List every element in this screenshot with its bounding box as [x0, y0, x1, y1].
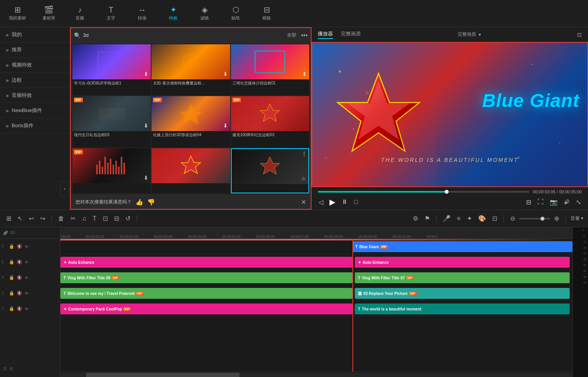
- toolbar-item-templates[interactable]: ⊟ 模板: [257, 6, 276, 21]
- toolbar-item-transition[interactable]: ↔ 转场: [132, 6, 152, 21]
- toolbar-item-material-lib[interactable]: 🎬 素材库: [39, 6, 58, 21]
- main-area: ▶ 我的 ▶ 推荐 ▶ 视频特效 ▶ 边框 ▶ 音频特效 ▶ NewBlue插件…: [0, 27, 588, 210]
- tl-delete-btn[interactable]: 🗑: [56, 214, 66, 224]
- tl-redo-btn[interactable]: ↪: [39, 213, 47, 224]
- track-mute-6[interactable]: 🔇: [16, 244, 23, 249]
- scroll-thumb[interactable]: [86, 373, 240, 377]
- effect-card-4[interactable]: VIP ⬇ 现代生日礼包边框03: [72, 96, 151, 147]
- thumbs-down-icon[interactable]: 👎: [147, 198, 155, 206]
- step-back-btn[interactable]: ◁: [318, 198, 324, 207]
- clip-auto-enhance-1[interactable]: ✦ Auto Enhance: [60, 257, 352, 268]
- track-lock-2[interactable]: 🔒: [9, 306, 15, 312]
- tab-fullscreen[interactable]: 完整画质: [341, 30, 361, 39]
- all-button[interactable]: 全部: [285, 31, 299, 39]
- clip-vlog-07[interactable]: T Vlog With Filter Title 07 VIP: [355, 272, 570, 283]
- clip-auto-enhance-2[interactable]: ✦ Auto Enhance: [355, 257, 570, 268]
- play-btn[interactable]: ▶: [329, 196, 336, 207]
- track-mute-3[interactable]: 🔇: [16, 290, 23, 296]
- sidebar-item-video-effects[interactable]: ▶ 视频特效: [0, 58, 70, 73]
- tl-settings-btn[interactable]: ⚙: [411, 213, 420, 224]
- tl-snap-btn[interactable]: ⊡: [491, 213, 499, 224]
- link-icon[interactable]: 🔗: [3, 231, 8, 235]
- tl-duplicate-btn[interactable]: ⊟: [113, 213, 121, 224]
- effect-card-5[interactable]: VIP ⬇ 社媒上流行的3D形状边框04: [151, 96, 230, 147]
- progress-bar[interactable]: [318, 191, 529, 193]
- toolbar-item-stickers[interactable]: ⬡ 贴纸: [226, 6, 245, 21]
- fullscreen-preview-btn[interactable]: ⛶: [537, 198, 544, 206]
- clip-text-icon-blue-giant: T: [356, 245, 358, 249]
- tl-flag-btn[interactable]: ⚑: [423, 213, 431, 224]
- toolbar-item-my-material[interactable]: ⊞ 我的素材: [8, 6, 27, 21]
- toolbar-item-filters[interactable]: ◈ 滤镜: [195, 6, 214, 21]
- track-mute-5[interactable]: 🔇: [16, 259, 23, 265]
- card-more-icon[interactable]: ⋮: [301, 151, 307, 157]
- stop-btn[interactable]: □: [353, 198, 359, 206]
- timeline-scrollbar[interactable]: [60, 372, 572, 377]
- thumbs-up-icon[interactable]: 👍: [136, 198, 143, 206]
- track-lock-5[interactable]: 🔒: [9, 259, 15, 265]
- track-lock-3[interactable]: 🔒: [9, 290, 15, 296]
- zoom-in-btn[interactable]: ⊕: [553, 213, 561, 224]
- tl-effect-btn[interactable]: ✦: [465, 213, 474, 224]
- track-mute-4[interactable]: 🔇: [16, 275, 23, 281]
- tl-text-btn[interactable]: T: [91, 214, 98, 224]
- track-lock-4[interactable]: 🔒: [9, 275, 15, 281]
- tl-crop-btn[interactable]: ⊡: [101, 213, 109, 224]
- close-feedback-btn[interactable]: ✕: [301, 198, 306, 206]
- effect-card-3[interactable]: ⬇ 三维社交媒体介绍边框01: [231, 44, 309, 95]
- tl-audio-btn[interactable]: ♫: [80, 214, 88, 224]
- tl-undo-btn[interactable]: ↩: [27, 213, 35, 224]
- sidebar-item-newblue[interactable]: ▶ NewBlue插件: [0, 103, 70, 118]
- tl-pointer-btn[interactable]: ↖: [16, 213, 24, 224]
- tl-rotate-btn[interactable]: ↺: [124, 213, 132, 224]
- sidebar-item-my[interactable]: ▶ 我的: [0, 27, 70, 42]
- expand-btn[interactable]: ⤡: [575, 198, 582, 207]
- tl-color-btn[interactable]: 🎨: [477, 213, 488, 224]
- clip-blue-giant[interactable]: T Blue Giant VIP: [352, 241, 572, 252]
- track-eye-5[interactable]: 👁: [24, 260, 29, 265]
- track-lock-6[interactable]: 🔒: [9, 244, 15, 249]
- clip-replace-picture[interactable]: 🖼 03 Replace Your Picture VIP: [355, 288, 570, 299]
- sidebar-item-boris[interactable]: ▶ Boris插件: [0, 118, 70, 133]
- sidebar-item-border[interactable]: ▶ 边框: [0, 73, 70, 88]
- sidebar-item-recommended[interactable]: ▶ 推荐: [0, 42, 70, 58]
- playhead[interactable]: ✂: [352, 239, 353, 372]
- effect-card-1[interactable]: ⬇ 学习台-伪3D风开学啦边框1: [72, 44, 151, 95]
- preview-layout-btn[interactable]: ⊟: [525, 198, 532, 207]
- effect-card-2[interactable]: ⬇ 太阳-复古相框特效叠覆边框...: [151, 44, 230, 95]
- clip-coolpop[interactable]: ✦ Contemporary Pack CoolPop VIP: [60, 303, 352, 314]
- tl-grid-btn[interactable]: ⊞: [5, 213, 13, 224]
- toolbar-item-text[interactable]: T 文字: [101, 6, 121, 21]
- search-input[interactable]: [83, 32, 282, 38]
- caret-icon-6: ▶: [6, 109, 9, 113]
- more-options-icon[interactable]: •••: [301, 32, 308, 39]
- tl-mic-btn[interactable]: 🎤: [441, 213, 452, 224]
- clip-vlog-09[interactable]: T Vlog With Filter Title 09 VIP: [60, 272, 352, 283]
- tab-player[interactable]: 播放器: [318, 30, 333, 39]
- clip-world[interactable]: T The world is a beautiful moment: [355, 303, 570, 314]
- effect-card-6[interactable]: VIP 建党100周年纪念边框03: [231, 96, 309, 147]
- effect-card-9[interactable]: ⋮ ☆: [231, 148, 309, 193]
- effect-card-8[interactable]: [151, 148, 230, 193]
- pause-btn[interactable]: ⏸: [341, 198, 349, 206]
- clip-travel-polaroid[interactable]: T Welcome to see my / Travel Polaroid VI…: [60, 288, 352, 299]
- snapshot-btn[interactable]: 📷: [549, 198, 558, 207]
- toolbar-item-audio[interactable]: ♪ 音频: [70, 6, 90, 21]
- volume-btn[interactable]: 🔊: [563, 198, 570, 205]
- track-eye-6[interactable]: 👁: [24, 244, 29, 249]
- track-mute-2[interactable]: 🔇: [16, 306, 23, 312]
- quality-select[interactable]: 完整画质 ▾: [458, 31, 481, 38]
- toolbar-item-effects[interactable]: ✦ 特效: [164, 6, 183, 21]
- track-eye-3[interactable]: 👁: [24, 291, 29, 296]
- tl-cut-btn[interactable]: ✂: [69, 213, 77, 224]
- zoom-slider[interactable]: [519, 218, 550, 219]
- track-eye-4[interactable]: 👁: [24, 275, 29, 281]
- sidebar-collapse-btn[interactable]: ‹: [60, 181, 69, 196]
- effect-card-7[interactable]: VIP ⬇: [72, 148, 151, 193]
- preview-settings-icon[interactable]: ⊡: [577, 32, 582, 38]
- zoom-out-btn[interactable]: ⊖: [509, 213, 517, 224]
- download-icon-3: ⬇: [302, 71, 307, 77]
- tl-subtitle-btn[interactable]: ≡: [455, 214, 462, 224]
- sidebar-item-audio-effects[interactable]: ▶ 音频特效: [0, 88, 70, 103]
- track-eye-2[interactable]: 👁: [24, 306, 29, 312]
